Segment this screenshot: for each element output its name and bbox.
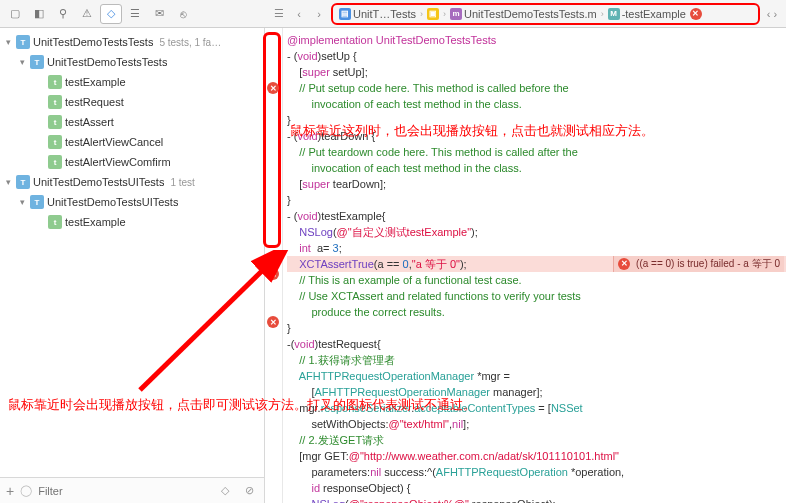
code-line[interactable]: [super tearDown]; xyxy=(287,176,786,192)
test-item[interactable]: ttestAlertViewCancel xyxy=(0,132,264,152)
breadcrumb-item[interactable]: mUnitTestDemoTestsTests.m xyxy=(450,8,597,20)
code-line[interactable]: - (void)setUp { xyxy=(287,48,786,64)
toolbar: ▢ ◧ ⚲ ⚠ ◇ ☰ ✉ ⎋ ☰ ‹ › ▤UnitT…Tests › ▣ ›… xyxy=(0,0,786,28)
code-line[interactable]: parameters:nil success:^(AFHTTPRequestOp… xyxy=(287,464,786,480)
code-line[interactable]: // This is an example of a functional te… xyxy=(287,272,786,288)
test-icon: T xyxy=(16,175,30,189)
code-line[interactable]: invocation of each test method in the cl… xyxy=(287,96,786,112)
file-m-icon: m xyxy=(450,8,462,20)
disclosure-icon[interactable]: ▾ xyxy=(4,177,13,187)
code-line[interactable]: mgr.responseSerializer.acceptableContent… xyxy=(287,400,786,416)
test-group[interactable]: ▾TUnitTestDemoTestsTests xyxy=(0,52,264,72)
test-group[interactable]: ▾TUnitTestDemoTestsUITests xyxy=(0,192,264,212)
code-line[interactable]: setWithObjects:@"text/html",nil]; xyxy=(287,416,786,432)
tree-label: testRequest xyxy=(65,96,124,108)
test-tree: ▾TUnitTestDemoTestsTests5 tests, 1 fa…▾T… xyxy=(0,28,264,232)
test-group[interactable]: ▾TUnitTestDemoTestsTests5 tests, 1 fa… xyxy=(0,32,264,52)
test-icon: t xyxy=(48,95,62,109)
test-icon: t xyxy=(48,155,62,169)
nav-forward[interactable]: › xyxy=(311,8,327,20)
code-line[interactable]: [super setUp]; xyxy=(287,64,786,80)
tree-label: UnitTestDemoTestsUITests xyxy=(33,176,164,188)
test-item[interactable]: ttestAssert xyxy=(0,112,264,132)
gutter-error-icon[interactable]: ✕ xyxy=(267,82,279,94)
code-line[interactable]: - (void)testExample{ xyxy=(287,208,786,224)
disclosure-icon[interactable]: ▾ xyxy=(18,197,27,207)
tree-label: testAlertViewCancel xyxy=(65,136,163,148)
breadcrumb-label: UnitT…Tests xyxy=(353,8,416,20)
filter-input[interactable] xyxy=(38,485,210,497)
tree-label: testExample xyxy=(65,216,126,228)
code-line[interactable]: int a= 3; xyxy=(287,240,786,256)
search-icon[interactable]: ⚲ xyxy=(52,4,74,24)
project-icon: ▤ xyxy=(339,8,351,20)
nav-back[interactable]: ‹ xyxy=(291,8,307,20)
code-editor[interactable]: @implementation UnitTestDemoTestsTests- … xyxy=(283,28,786,503)
test-item[interactable]: ttestAlertViewComfirm xyxy=(0,152,264,172)
code-line[interactable]: - (void)tearDown { xyxy=(287,128,786,144)
breadcrumb-item[interactable]: ▤UnitT…Tests xyxy=(339,8,416,20)
code-line[interactable]: } xyxy=(287,320,786,336)
inline-error-badge[interactable]: ✕ ((a == 0) is true) failed - a 等于 0 xyxy=(613,256,784,272)
chevron-right-icon: › xyxy=(420,9,423,19)
grid-icon[interactable]: ◧ xyxy=(28,4,50,24)
test-icon: T xyxy=(16,35,30,49)
editor-gutter[interactable]: ✕✕✕ xyxy=(265,28,283,503)
breadcrumb-label: -testExample xyxy=(622,8,686,20)
tree-label: UnitTestDemoTestsUITests xyxy=(47,196,178,208)
test-icon: t xyxy=(48,75,62,89)
code-line[interactable]: @implementation UnitTestDemoTestsTests xyxy=(287,32,786,48)
code-line[interactable]: -(void)testRequest{ xyxy=(287,336,786,352)
code-line[interactable]: [AFHTTPRequestOperationManager manager]; xyxy=(287,384,786,400)
filter-icon: ◯ xyxy=(20,484,32,497)
sidebar-bottom: + ◯ ◇ ⊘ xyxy=(0,477,264,503)
code-line[interactable]: } xyxy=(287,112,786,128)
disclosure-icon[interactable]: ▾ xyxy=(4,37,13,47)
code-line[interactable]: AFHTTPRequestOperationManager *mgr = xyxy=(287,368,786,384)
related-items-icon[interactable]: ☰ xyxy=(271,7,287,20)
gutter-error-icon[interactable]: ✕ xyxy=(267,268,279,280)
test-icon: t xyxy=(48,115,62,129)
code-line[interactable]: invocation of each test method in the cl… xyxy=(287,160,786,176)
warning-icon[interactable]: ⚠ xyxy=(76,4,98,24)
code-line[interactable]: produce the correct results. xyxy=(287,304,786,320)
scope-icon[interactable]: ◇ xyxy=(216,484,234,497)
breadcrumb-item[interactable]: ▣ xyxy=(427,8,439,20)
test-group[interactable]: ▾TUnitTestDemoTestsUITests1 test xyxy=(0,172,264,192)
code-line[interactable]: id responseObject) { xyxy=(287,480,786,496)
test-icon: t xyxy=(48,215,62,229)
code-line[interactable]: XCTAssertTrue(a == 0,"a 等于 0");✕ ((a == … xyxy=(287,256,786,272)
code-line[interactable]: NSLog(@"自定义测试testExample"); xyxy=(287,224,786,240)
test-navigator: ▾TUnitTestDemoTestsTests5 tests, 1 fa…▾T… xyxy=(0,28,265,503)
code-line[interactable]: [mgr GET:@"http://www.weather.com.cn/ada… xyxy=(287,448,786,464)
breadcrumb-label: UnitTestDemoTestsTests.m xyxy=(464,8,597,20)
code-line[interactable]: // Use XCTAssert and related functions t… xyxy=(287,288,786,304)
breadcrumb-item[interactable]: M-testExample xyxy=(608,8,686,20)
assistant-nav[interactable]: ‹ › xyxy=(764,8,780,20)
code-line[interactable]: // Put setup code here. This method is c… xyxy=(287,80,786,96)
test-item[interactable]: ttestRequest xyxy=(0,92,264,112)
debug-icon[interactable]: ⎋ xyxy=(172,4,194,24)
test-icon: t xyxy=(48,135,62,149)
method-icon: M xyxy=(608,8,620,20)
test-icon: T xyxy=(30,195,44,209)
report-icon[interactable]: ✉ xyxy=(148,4,170,24)
chevron-right-icon: › xyxy=(601,9,604,19)
add-button[interactable]: + xyxy=(6,483,14,499)
folder-icon[interactable]: ▢ xyxy=(4,4,26,24)
code-line[interactable]: } xyxy=(287,192,786,208)
navigator-selector: ▢ ◧ ⚲ ⚠ ◇ ☰ ✉ ⎋ xyxy=(0,4,265,24)
error-icon[interactable]: ✕ xyxy=(690,8,702,20)
gutter-error-icon[interactable]: ✕ xyxy=(267,316,279,328)
editor-header: ☰ ‹ › ▤UnitT…Tests › ▣ › mUnitTestDemoTe… xyxy=(265,3,786,25)
layers-icon[interactable]: ☰ xyxy=(124,4,146,24)
test-item[interactable]: ttestExample xyxy=(0,72,264,92)
code-line[interactable]: NSLog(@"responseObject:%@",responseObjec… xyxy=(287,496,786,503)
code-line[interactable]: // 1.获得请求管理者 xyxy=(287,352,786,368)
disclosure-icon[interactable]: ▾ xyxy=(18,57,27,67)
diamond-icon[interactable]: ◇ xyxy=(100,4,122,24)
failed-filter-icon[interactable]: ⊘ xyxy=(240,484,258,497)
code-line[interactable]: // 2.发送GET请求 xyxy=(287,432,786,448)
test-item[interactable]: ttestExample xyxy=(0,212,264,232)
code-line[interactable]: // Put teardown code here. This method i… xyxy=(287,144,786,160)
